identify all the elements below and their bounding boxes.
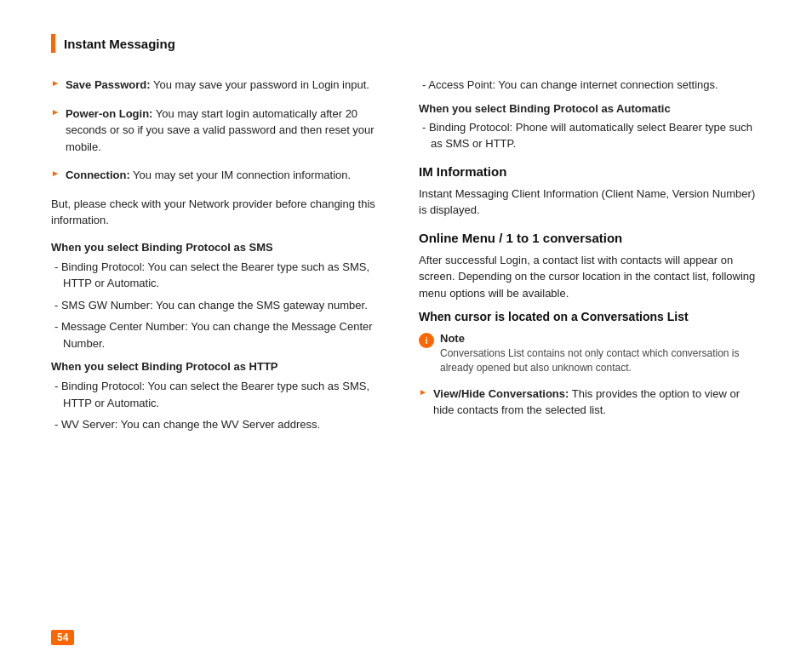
- power-on-login-item: ► Power-on Login: You may start login au…: [51, 106, 393, 156]
- http-heading: When you select Binding Protocol as HTTP: [51, 360, 393, 373]
- page-number: 54: [51, 630, 74, 645]
- right-column: Access Point: You can change internet co…: [419, 77, 761, 442]
- note-title: Note: [440, 332, 465, 345]
- connection-text: Connection: You may set your IM connecti…: [66, 167, 351, 184]
- im-info-heading: IM Information: [419, 164, 761, 179]
- page: Instant Messaging ► Save Password: You m…: [0, 0, 812, 669]
- save-password-item: ► Save Password: You may save your passw…: [51, 77, 393, 94]
- save-password-rest: You may save your password in Login inpu…: [151, 78, 369, 91]
- note-box: i Note Conversations List contains not o…: [419, 332, 761, 375]
- http-list: Binding Protocol: You can select the Bea…: [54, 378, 393, 433]
- im-info-text: Instant Messaging Client Information (Cl…: [419, 186, 761, 219]
- note-text: Conversations List contains not only con…: [440, 346, 761, 375]
- power-on-login-text: Power-on Login: You may start login auto…: [66, 106, 393, 156]
- arrow-icon-2: ►: [51, 107, 60, 117]
- sms-item-2: SMS GW Number: You can change the SMS ga…: [54, 297, 393, 314]
- connection-bold: Connection:: [66, 169, 130, 181]
- access-point-list: Access Point: You can change internet co…: [422, 77, 761, 94]
- save-password-bold: Save Password:: [66, 78, 151, 91]
- header-bar-icon: [51, 34, 55, 53]
- view-hide-text: View/Hide Conversations: This provides t…: [433, 386, 761, 419]
- sms-heading: When you select Binding Protocol as SMS: [51, 241, 393, 254]
- sms-item-1: Binding Protocol: You can select the Bea…: [54, 259, 393, 292]
- view-hide-bold: View/Hide Conversations:: [433, 387, 569, 400]
- note-icon: i: [419, 333, 434, 348]
- note-content: Note Conversations List contains not onl…: [440, 332, 761, 375]
- left-column: ► Save Password: You may save your passw…: [51, 77, 393, 442]
- save-password-text: Save Password: You may save your passwor…: [66, 77, 369, 94]
- page-header: Instant Messaging: [51, 34, 761, 53]
- plain-para: But, please check with your Network prov…: [51, 196, 393, 229]
- connection-rest: You may set your IM connection informati…: [130, 169, 351, 181]
- online-menu-heading: Online Menu / 1 to 1 conversation: [419, 231, 761, 245]
- arrow-icon: ►: [51, 78, 60, 88]
- connection-item: ► Connection: You may set your IM connec…: [51, 167, 393, 184]
- view-hide-item: ► View/Hide Conversations: This provides…: [419, 386, 761, 419]
- auto-item: Binding Protocol: Phone will automatical…: [422, 119, 761, 152]
- auto-list: Binding Protocol: Phone will automatical…: [422, 119, 761, 152]
- page-title: Instant Messaging: [64, 37, 175, 51]
- auto-heading: When you select Binding Protocol as Auto…: [419, 102, 761, 115]
- access-point-item: Access Point: You can change internet co…: [422, 77, 761, 94]
- arrow-icon-3: ►: [51, 169, 60, 178]
- http-item-1: Binding Protocol: You can select the Bea…: [54, 378, 393, 411]
- sms-list: Binding Protocol: You can select the Bea…: [54, 259, 393, 352]
- arrow-icon-4: ►: [419, 387, 427, 397]
- online-menu-text: After successful Login, a contact list w…: [419, 252, 761, 302]
- content-columns: ► Save Password: You may save your passw…: [51, 77, 761, 442]
- power-on-bold: Power-on Login:: [66, 107, 153, 120]
- http-item-2: WV Server: You can change the WV Server …: [54, 416, 393, 433]
- sms-item-3: Message Center Number: You can change th…: [54, 318, 393, 352]
- cursor-heading: When cursor is located on a Conversation…: [419, 310, 761, 323]
